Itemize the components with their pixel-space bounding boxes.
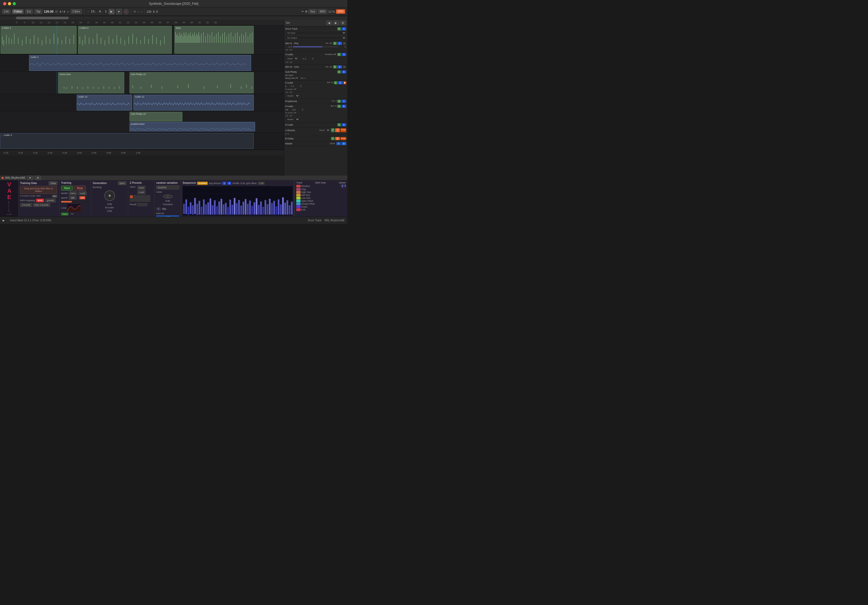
clear-button[interactable]: Clear [49,182,57,185]
plugin-name: M4L.RhythmVAE [5,176,25,179]
mixer-grid-btn[interactable]: ⊞ [340,21,346,25]
traffic-lights[interactable] [3,2,16,5]
stop-button[interactable]: ■ [116,9,122,14]
mixer-track-6audio: 6 Audio Ext. In S 6 ■ 2 -7.2 C In Audio … [284,81,347,99]
input-select[interactable]: No Input [285,31,346,35]
console-btn[interactable]: Console [20,203,32,207]
load-preset-btn[interactable]: Load [138,190,146,194]
minimize-button[interactable] [8,2,11,5]
time-sig[interactable]: 4 / 4 [59,10,65,13]
mixer-prev-btn[interactable]: ◀ [326,21,332,25]
time-mark: 0:50 [107,152,111,154]
clip-midi[interactable]: mono tone [58,72,124,93]
s-button[interactable]: S [334,81,338,84]
midi-button[interactable]: MIDI [318,9,327,14]
s-button[interactable]: S [333,65,337,68]
bars-mode-button[interactable]: 2 Bars [71,9,82,14]
plugin-collapse-btn[interactable]: ▼ [27,175,33,180]
midi-icon[interactable]: ⊡ [343,65,346,68]
div2-val[interactable]: 4 [227,182,231,185]
play-button[interactable]: ▶ [108,9,115,14]
preset-dot[interactable] [140,199,143,202]
preset-dot[interactable] [147,199,150,202]
clip-midi[interactable]: Main [174,26,254,54]
save-preset-btn[interactable]: Save [138,186,146,189]
start-button[interactable]: Start [61,186,73,191]
s-button[interactable]: S [331,137,335,140]
s-button[interactable]: S [331,128,335,132]
inf-row: -inf -inf [285,61,346,64]
record-button[interactable]: ● [124,9,129,14]
clip-audio[interactable]: ... Audio 3 [0,133,254,149]
s-button[interactable]: S [337,27,341,30]
clip-midi[interactable]: 2-MIDI 2 [0,26,77,54]
position-display[interactable]: 15. 4. 1 [91,10,107,13]
drag-drop-area[interactable]: Drag and Drop MIDI files or folders [20,186,57,194]
svg-rect-66 [198,32,199,43]
fullscreen-button[interactable] [13,2,16,5]
preset-dot[interactable] [136,195,140,198]
recall-dot[interactable] [138,203,141,206]
clip-audio[interactable]: Audio 12 [133,95,254,110]
bar [342,185,343,188]
noise-knob[interactable]: ○ [163,195,173,198]
disabled-badge[interactable]: disabled [156,186,179,189]
output-select[interactable]: No Output [285,36,346,40]
preset-dot[interactable] [144,199,147,202]
preset-dot[interactable] [136,199,140,202]
max-console-btn[interactable]: Max Console [33,203,50,207]
preset-dot[interactable] [133,195,136,198]
preset-dot[interactable] [130,195,133,198]
clip-midi[interactable]: Sub Phatty 10 [130,72,254,93]
strict-btn[interactable]: strict [36,199,44,202]
clip-audio[interactable]: Audio 4 [29,55,251,71]
mixer-next-btn[interactable]: ▶ [333,21,339,25]
preset-dot[interactable] [147,195,150,198]
master-select[interactable]: Master [317,128,330,132]
master-select[interactable]: Master [285,57,298,60]
clip-midi[interactable]: 2-MIDI 3 [78,26,172,54]
s-button[interactable]: S [337,100,341,103]
clip-audio[interactable]: prophet bass [130,122,255,132]
s-button[interactable]: S [337,53,341,56]
close-button[interactable] [3,2,6,5]
link-button[interactable]: Link [2,9,11,14]
greedy-btn[interactable]: greedy [45,199,56,202]
svg-rect-113 [230,84,231,88]
midi-icon[interactable]: ⊡ [343,42,346,45]
plugin-settings-btn[interactable]: ⚙ [35,175,41,180]
key-button[interactable]: Key [308,9,317,14]
svg-rect-84 [235,34,236,43]
encoder-knob[interactable] [104,190,115,201]
div1-val[interactable]: 1 [222,182,226,185]
recall-dot[interactable] [141,203,144,206]
s-button[interactable]: S [337,105,341,108]
preset-dot[interactable] [140,195,143,198]
mixer-header-btns[interactable]: ◀ ▶ ⊞ [326,21,346,25]
mini-bars [341,185,346,188]
recall-dot[interactable] [144,203,147,206]
master-select[interactable]: Master [285,94,300,98]
preset-dot[interactable] [130,199,133,202]
master-select[interactable]: Master [285,117,300,121]
follow-button[interactable]: Follow [12,9,23,14]
enabled-badge[interactable]: enabled [197,182,208,185]
bpm-display[interactable]: 126.00 [44,10,54,14]
s-button[interactable]: S [337,123,341,126]
stop-button[interactable]: Stop [74,186,86,191]
load-model-btn[interactable]: Load [78,191,87,195]
fader-track[interactable] [293,46,339,47]
scroll-thumb[interactable] [16,17,69,19]
clip-audio[interactable]: Audio 13 [77,95,132,110]
horizontal-scrollbar[interactable] [0,16,347,20]
preset-dot[interactable] [144,195,147,198]
cpu-button[interactable]: CPU [336,9,345,14]
gen-open-btn[interactable]: open [118,182,126,185]
s-button[interactable]: S [337,70,341,73]
save-model-btn[interactable]: Save [69,191,78,195]
ext-button[interactable]: Ext [25,9,33,14]
tap-button[interactable]: Tap [34,9,42,14]
clip-midi[interactable]: Sub Phatty 10 [130,112,182,121]
preset-dot[interactable] [133,199,136,202]
s-button[interactable]: S [333,42,337,45]
